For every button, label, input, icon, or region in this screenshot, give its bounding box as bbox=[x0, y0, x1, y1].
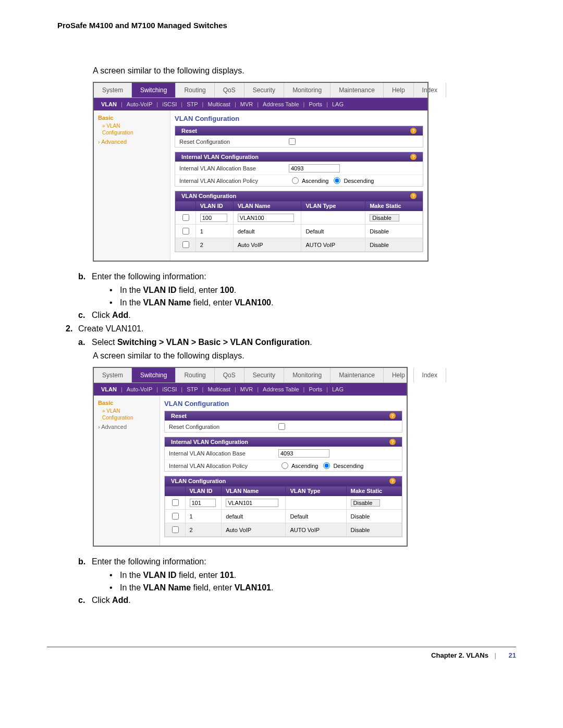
col-vlan-name: VLAN Name bbox=[222, 486, 286, 496]
page-header-title: ProSafe M4100 and M7100 Managed Switches bbox=[47, 21, 516, 30]
vlan-name-input[interactable] bbox=[226, 499, 278, 507]
subtab-mvr[interactable]: MVR bbox=[237, 385, 256, 393]
bullet-item: •In the VLAN ID field, enter 100. bbox=[109, 286, 516, 295]
ivc-panel-title: Internal VLAN Configuration bbox=[181, 154, 259, 160]
help-icon[interactable]: ? bbox=[410, 154, 417, 160]
cell-id: 1 bbox=[195, 225, 233, 238]
vlan-id-input[interactable] bbox=[200, 214, 227, 222]
subtab-multicast[interactable]: Multicast bbox=[204, 385, 233, 393]
reset-panel-title: Reset bbox=[171, 413, 187, 419]
subtab-ports[interactable]: Ports bbox=[305, 100, 325, 108]
ivc-desc-radio[interactable] bbox=[323, 462, 330, 469]
sidebar-item-vlan[interactable]: » VLAN bbox=[102, 123, 166, 129]
vlan-table: VLAN ID VLAN Name VLAN Type Make Static … bbox=[165, 486, 402, 537]
page-footer: Chapter 2. VLANs | 21 bbox=[47, 647, 516, 659]
tab-switching[interactable]: Switching bbox=[132, 83, 176, 97]
tab-security[interactable]: Security bbox=[244, 368, 284, 382]
row-select-checkbox[interactable] bbox=[172, 499, 179, 506]
ivc-base-input[interactable] bbox=[278, 449, 329, 458]
tab-routing[interactable]: Routing bbox=[176, 83, 214, 97]
row-select-checkbox[interactable] bbox=[182, 241, 189, 248]
reset-config-label: Reset Configuration bbox=[179, 139, 289, 145]
ivc-panel-title: Internal VLAN Configuration bbox=[171, 439, 248, 445]
reset-panel: Reset? Reset Configuration bbox=[164, 411, 402, 433]
tab-system[interactable]: System bbox=[94, 83, 132, 97]
subtab-address-table[interactable]: Address Table bbox=[260, 100, 302, 108]
tab-system[interactable]: System bbox=[94, 368, 132, 382]
reset-config-checkbox[interactable] bbox=[278, 423, 285, 430]
tab-routing[interactable]: Routing bbox=[176, 368, 214, 382]
subtab-mvr[interactable]: MVR bbox=[237, 100, 256, 108]
tab-index[interactable]: Index bbox=[414, 368, 446, 382]
table-row: 2 Auto VoIP AUTO VoIP Disable bbox=[165, 523, 402, 537]
table-row: 1 default Default Disable bbox=[165, 510, 402, 523]
tab-monitoring[interactable]: Monitoring bbox=[284, 83, 331, 97]
tab-maintenance[interactable]: Maintenance bbox=[331, 368, 384, 382]
make-static-select[interactable]: Disable bbox=[351, 499, 381, 507]
tab-maintenance[interactable]: Maintenance bbox=[331, 83, 384, 97]
reset-config-checkbox[interactable] bbox=[289, 138, 296, 145]
tab-qos[interactable]: QoS bbox=[215, 83, 244, 97]
sidebar-item-configuration[interactable]: Configuration bbox=[102, 130, 166, 135]
subtab-ports[interactable]: Ports bbox=[305, 385, 325, 393]
vlan-id-input[interactable] bbox=[190, 499, 216, 507]
sidebar-item-basic[interactable]: Basic bbox=[98, 400, 155, 406]
tab-security[interactable]: Security bbox=[244, 83, 284, 97]
tab-help[interactable]: Help bbox=[384, 83, 414, 97]
make-static-select[interactable]: Disable bbox=[370, 214, 399, 221]
subtab-iscsi[interactable]: iSCSI bbox=[159, 100, 180, 108]
ivc-desc-radio[interactable] bbox=[334, 177, 340, 184]
sidebar-item-configuration[interactable]: Configuration bbox=[102, 415, 155, 421]
cell-static: Disable bbox=[346, 523, 401, 537]
vlan-name-input[interactable] bbox=[238, 214, 294, 222]
internal-vlan-panel: Internal VLAN Configuration? Internal VL… bbox=[175, 152, 423, 187]
subtab-iscsi[interactable]: iSCSI bbox=[159, 385, 180, 393]
help-icon[interactable]: ? bbox=[389, 413, 396, 419]
cell-name: default bbox=[233, 225, 301, 238]
tab-qos[interactable]: QoS bbox=[215, 368, 244, 382]
row-select-checkbox[interactable] bbox=[172, 513, 179, 520]
help-icon[interactable]: ? bbox=[389, 478, 396, 484]
cell-id: 1 bbox=[185, 510, 222, 523]
help-icon[interactable]: ? bbox=[410, 128, 417, 134]
subtab-stp[interactable]: STP bbox=[183, 385, 201, 393]
content-heading: VLAN Configuration bbox=[175, 115, 423, 122]
bullet-item: •In the VLAN Name field, enter VLAN100. bbox=[109, 298, 516, 307]
subtab-multicast[interactable]: Multicast bbox=[204, 100, 233, 108]
row-select-checkbox[interactable] bbox=[182, 228, 189, 235]
table-input-row: Disable bbox=[176, 211, 423, 225]
vlan-config-panel: VLAN Configuration? VLAN ID VLAN Name VL… bbox=[175, 191, 423, 252]
tab-help[interactable]: Help bbox=[384, 368, 414, 382]
tab-monitoring[interactable]: Monitoring bbox=[284, 368, 331, 382]
cell-type: Default bbox=[286, 510, 346, 523]
ivc-base-label: Internal VLAN Allocation Base bbox=[169, 450, 278, 456]
sidebar-item-advanced[interactable]: › Advanced bbox=[98, 139, 166, 145]
content-heading: VLAN Configuration bbox=[164, 400, 402, 408]
col-vlan-id: VLAN ID bbox=[185, 486, 222, 496]
main-tab-bar: System Switching Routing QoS Security Mo… bbox=[94, 83, 427, 98]
ivc-asc-radio[interactable] bbox=[292, 177, 299, 184]
subtab-auto-voip[interactable]: Auto-VoIP bbox=[124, 100, 156, 108]
help-icon[interactable]: ? bbox=[410, 193, 417, 199]
ivc-base-input[interactable] bbox=[289, 164, 340, 172]
sidebar-item-vlan[interactable]: » VLAN bbox=[102, 408, 155, 414]
row-select-checkbox[interactable] bbox=[172, 526, 179, 533]
subtab-vlan[interactable]: VLAN bbox=[98, 385, 120, 393]
help-icon[interactable]: ? bbox=[389, 439, 396, 445]
row-select-checkbox[interactable] bbox=[182, 214, 189, 221]
subtab-address-table[interactable]: Address Table bbox=[260, 385, 302, 393]
subtab-lag[interactable]: LAG bbox=[329, 100, 347, 108]
sidebar-item-basic[interactable]: Basic bbox=[98, 115, 166, 121]
subtab-lag[interactable]: LAG bbox=[329, 385, 347, 393]
step-b: b.Enter the following information: bbox=[78, 272, 516, 281]
cell-id: 2 bbox=[185, 523, 222, 537]
subtab-vlan[interactable]: VLAN bbox=[98, 100, 120, 108]
tab-index[interactable]: Index bbox=[414, 83, 446, 97]
cell-static: Disable bbox=[365, 225, 423, 238]
sidebar-item-advanced[interactable]: › Advanced bbox=[98, 424, 155, 430]
subtab-stp[interactable]: STP bbox=[183, 100, 201, 108]
subtab-auto-voip[interactable]: Auto-VoIP bbox=[124, 385, 156, 393]
ivc-asc-radio[interactable] bbox=[282, 462, 288, 469]
ivc-desc-label: Descending bbox=[344, 178, 374, 184]
tab-switching[interactable]: Switching bbox=[132, 368, 176, 382]
